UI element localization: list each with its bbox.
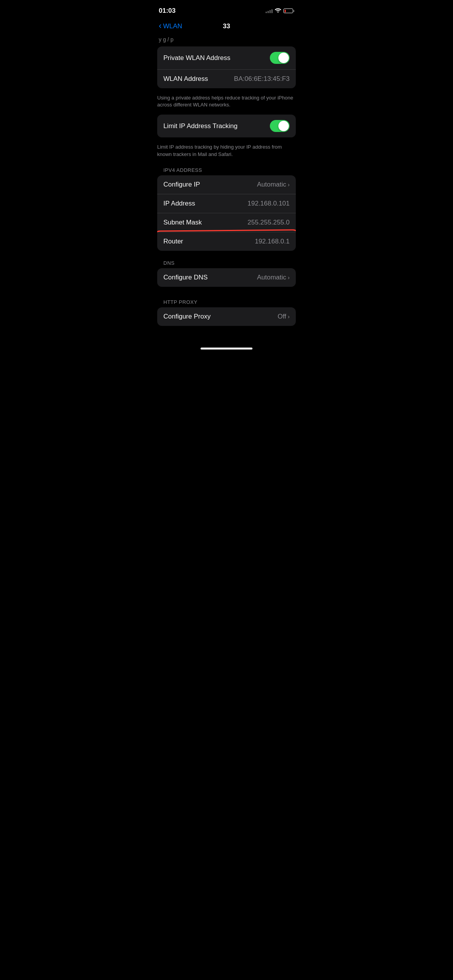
status-bar: 01:03	[151, 0, 302, 19]
dns-section-header: DNS	[157, 257, 296, 268]
toggle-knob	[278, 53, 289, 63]
private-wlan-section: Private WLAN Address WLAN Address BA:06:…	[157, 46, 296, 88]
dns-section: Configure DNS Automatic ›	[157, 268, 296, 287]
wlan-address-value: BA:06:6E:13:45:F3	[234, 75, 290, 83]
ip-address-value: 192.168.0.101	[247, 200, 290, 207]
configure-dns-chevron-icon: ›	[288, 274, 290, 281]
configure-proxy-value-group: Off ›	[278, 313, 290, 320]
http-proxy-card: Configure Proxy Off ›	[157, 307, 296, 326]
configure-proxy-label: Configure Proxy	[163, 313, 211, 320]
limit-ip-toggle-knob	[278, 121, 289, 131]
private-wlan-label: Private WLAN Address	[163, 54, 230, 62]
wlan-description: Using a private address helps reduce tra…	[151, 91, 302, 115]
configure-dns-row[interactable]: Configure DNS Automatic ›	[157, 268, 296, 287]
subnet-mask-row: Subnet Mask 255.255.255.0	[157, 213, 296, 232]
router-label: Router	[163, 238, 183, 245]
http-proxy-section: Configure Proxy Off ›	[157, 307, 296, 326]
configure-dns-value-group: Automatic ›	[257, 274, 290, 281]
configure-dns-value: Automatic	[257, 274, 287, 281]
limit-ip-row: Limit IP Address Tracking	[157, 115, 296, 137]
configure-proxy-value: Off	[278, 313, 286, 320]
ip-address-label: IP Address	[163, 200, 195, 207]
back-label: WLAN	[163, 22, 182, 30]
back-button[interactable]: ‹ WLAN	[159, 22, 182, 30]
wlan-address-label: WLAN Address	[163, 75, 208, 83]
nav-bar: ‹ WLAN 33	[151, 19, 302, 35]
signal-icon	[266, 9, 273, 13]
router-row: Router 192.168.0.1	[157, 232, 296, 251]
router-row-container: Router 192.168.0.1	[157, 232, 296, 251]
home-indicator	[151, 344, 302, 356]
battery-icon	[283, 9, 294, 13]
subnet-mask-value: 255.255.255.0	[247, 219, 290, 226]
subnet-mask-label: Subnet Mask	[163, 219, 202, 226]
status-icons	[266, 8, 294, 14]
limit-ip-card: Limit IP Address Tracking	[157, 115, 296, 137]
configure-ip-label: Configure IP	[163, 181, 200, 188]
limit-ip-label: Limit IP Address Tracking	[163, 122, 238, 130]
configure-ip-value-group: Automatic ›	[257, 181, 290, 188]
ipv4-section-header: IPV4 ADDRESS	[157, 164, 296, 175]
configure-dns-label: Configure DNS	[163, 274, 208, 281]
ipv4-card: Configure IP Automatic › IP Address 192.…	[157, 175, 296, 251]
private-wlan-card: Private WLAN Address WLAN Address BA:06:…	[157, 46, 296, 88]
configure-proxy-row[interactable]: Configure Proxy Off ›	[157, 307, 296, 326]
wifi-icon	[275, 8, 281, 14]
limit-ip-description: Limit IP address tracking by hiding your…	[151, 140, 302, 164]
router-value: 192.168.0.1	[255, 238, 290, 245]
limit-ip-section: Limit IP Address Tracking	[157, 115, 296, 137]
http-proxy-section-header: HTTP PROXY	[157, 296, 296, 307]
configure-ip-row[interactable]: Configure IP Automatic ›	[157, 175, 296, 194]
configure-ip-value: Automatic	[257, 181, 287, 188]
status-time: 01:03	[159, 7, 175, 15]
private-wlan-toggle[interactable]	[270, 52, 290, 64]
page-title: 33	[223, 22, 230, 30]
limit-ip-toggle[interactable]	[270, 120, 290, 132]
dns-card: Configure DNS Automatic ›	[157, 268, 296, 287]
wlan-address-row: WLAN Address BA:06:6E:13:45:F3	[157, 70, 296, 88]
ip-address-row: IP Address 192.168.0.101	[157, 194, 296, 213]
home-bar	[201, 348, 252, 350]
partial-text: y g / p	[151, 35, 302, 46]
private-wlan-row: Private WLAN Address	[157, 46, 296, 70]
configure-ip-chevron-icon: ›	[288, 182, 290, 188]
configure-proxy-chevron-icon: ›	[288, 314, 290, 320]
back-chevron-icon: ‹	[159, 22, 161, 30]
